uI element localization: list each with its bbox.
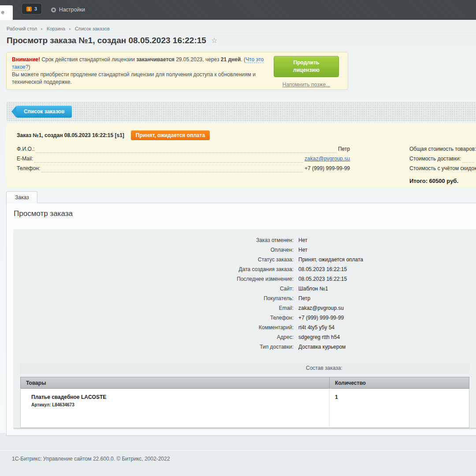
column-header-products: Товары bbox=[21, 377, 330, 388]
breadcrumb-link[interactable]: Рабочий стол bbox=[7, 26, 37, 31]
property-label: Последнее изменение: bbox=[14, 276, 294, 282]
notifications-counter-button[interactable]: 3 bbox=[22, 3, 42, 15]
field-value[interactable]: zakaz@pvgroup.su bbox=[305, 156, 350, 163]
warning-text: 29.05.2023, через bbox=[175, 56, 221, 63]
field-label: E-Mail: bbox=[17, 156, 33, 163]
summary-costs-column: Общая стоимость товаров:Стоимость достав… bbox=[409, 143, 476, 184]
top-bar: e 3 Настройки bbox=[0, 0, 476, 20]
cost-row: Стоимость с учётом скидок: bbox=[409, 163, 476, 172]
order-property-row: Email:zakaz@pvgroup.su bbox=[14, 303, 476, 313]
favorite-star-icon[interactable]: ☆ bbox=[211, 36, 217, 45]
property-label: Покупатель: bbox=[14, 295, 294, 301]
field-value: +7 (999) 999-99-99 bbox=[305, 165, 350, 172]
property-value: Петр bbox=[298, 295, 310, 301]
basket-table-header: Товары Количество bbox=[20, 377, 469, 389]
order-property-row: Последнее изменение:08.05.2023 16:22:15 bbox=[14, 274, 476, 284]
cost-row: Стоимость доставки: bbox=[409, 153, 476, 163]
order-total: Итого: 60500 руб. bbox=[409, 178, 476, 184]
page-title: Просмотр заказа №1, создан 08.05.2023 16… bbox=[7, 36, 476, 45]
breadcrumb-separator-icon: ▸ bbox=[69, 27, 71, 31]
cost-label: Стоимость с учётом скидок: bbox=[409, 165, 476, 172]
property-value: 08.05.2023 16:22:15 bbox=[298, 266, 347, 272]
basket-table-body: Платье свадебное LACOSTEАртикул: L846346… bbox=[20, 389, 469, 428]
order-view-heading: Просмотр заказа bbox=[14, 209, 476, 218]
warning-text: ) bbox=[28, 64, 30, 70]
property-value: Принят, ожидается оплата bbox=[298, 257, 363, 263]
notifications-icon bbox=[26, 7, 32, 11]
basket-row: Платье свадебное LACOSTEАртикул: L846346… bbox=[21, 389, 469, 428]
property-value: Нет bbox=[298, 237, 307, 243]
order-property-row: Статус заказа:Принят, ожидается оплата bbox=[14, 255, 476, 264]
cost-label: Общая стоимость товаров: bbox=[409, 146, 476, 153]
property-label: Статус заказа: bbox=[14, 257, 294, 263]
property-value: rt4t 4ty5 y5y 54 bbox=[298, 324, 335, 331]
license-warning-line1: Внимание! Срок действия стандартной лице… bbox=[12, 56, 281, 71]
order-summary-columns: Ф.И.О.:ПетрE-Mail:zakaz@pvgroup.suТелефо… bbox=[17, 143, 476, 184]
order-summary-title: Заказ №1, создан 08.05.2023 16:22:15 [s1… bbox=[17, 132, 124, 138]
property-label: Тип доставки: bbox=[14, 344, 294, 350]
order-list-button[interactable]: Список заказов bbox=[16, 106, 72, 118]
dotted-leader bbox=[41, 165, 303, 172]
property-value: Доставка курьером bbox=[298, 344, 346, 350]
property-value: +7 (999) 999-99-99 bbox=[298, 315, 344, 321]
warning-bold: 21 дней bbox=[221, 56, 241, 63]
settings-menu-item[interactable]: Настройки bbox=[51, 4, 85, 15]
license-warning-line2: Вы можете приобрести продление стандартн… bbox=[12, 71, 261, 86]
order-summary-box: Заказ №1, создан 08.05.2023 16:22:15 [s1… bbox=[6, 123, 476, 188]
property-label: Сайт: bbox=[14, 286, 294, 292]
summary-field-row: Ф.И.О.:Петр bbox=[17, 143, 350, 153]
property-label: Телефон: bbox=[14, 315, 294, 321]
page-title-text: Просмотр заказа №1, создан 08.05.2023 16… bbox=[7, 36, 206, 45]
order-property-row: Телефон:+7 (999) 999-99-99 bbox=[14, 313, 476, 323]
site-tab-fragment[interactable]: e bbox=[0, 5, 13, 20]
product-cell: Платье свадебное LACOSTEАртикул: L846346… bbox=[21, 389, 329, 428]
warning-bold: заканчивается bbox=[136, 56, 175, 63]
tab-order[interactable]: Заказ bbox=[6, 191, 37, 203]
summary-field-row: Телефон:+7 (999) 999-99-99 bbox=[17, 163, 350, 172]
warning-text: . ( bbox=[241, 56, 245, 63]
breadcrumb-link[interactable]: Список заказов bbox=[75, 26, 110, 31]
property-label: Дата создания заказа: bbox=[14, 266, 294, 272]
property-label: Заказ отменен: bbox=[14, 237, 294, 243]
basket-section-title: Состав заказа: bbox=[306, 365, 342, 371]
basket-section-header: Состав заказа: bbox=[20, 363, 469, 373]
order-summary-head: Заказ №1, создан 08.05.2023 16:22:15 [s1… bbox=[17, 131, 476, 140]
kv-list: Заказ отменен:НетОплачен:НетСтатус заказ… bbox=[14, 235, 476, 352]
field-label: Ф.И.О.: bbox=[17, 146, 34, 153]
order-view-content: Заказ отменен:НетОплачен:НетСтатус заказ… bbox=[14, 229, 476, 428]
remind-later-link[interactable]: Напомнить позже... bbox=[283, 81, 330, 89]
product-article: Артикул: L84634673 bbox=[31, 402, 329, 407]
field-value: Петр bbox=[338, 146, 350, 153]
attention-label: Внимание! bbox=[12, 56, 40, 63]
footer-copyright: 1С-Битрикс: Управление сайтом 22.600.0. … bbox=[0, 450, 476, 462]
property-label: Комментарий: bbox=[14, 324, 294, 331]
property-value: Нет bbox=[298, 247, 307, 253]
property-value: 08.05.2023 16:22:15 bbox=[298, 276, 347, 282]
settings-label: Настройки bbox=[59, 7, 85, 13]
property-label: Адрес: bbox=[14, 334, 294, 340]
dotted-leader bbox=[34, 156, 303, 163]
property-value: zakaz@pvgroup.su bbox=[298, 305, 344, 311]
main-content: Рабочий стол▸Корзина▸Список заказов Прос… bbox=[0, 20, 476, 433]
summary-field-row: E-Mail:zakaz@pvgroup.su bbox=[17, 153, 350, 163]
cost-row: Общая стоимость товаров: bbox=[409, 143, 476, 153]
gear-icon bbox=[51, 7, 56, 12]
dotted-leader bbox=[36, 146, 337, 153]
order-property-row: Сайт:Шаблон №1 bbox=[14, 284, 476, 294]
basket-table: Товары Количество Платье свадебное LACOS… bbox=[20, 377, 469, 428]
order-view-panel: Просмотр заказа Заказ отменен:НетОплачен… bbox=[6, 203, 476, 436]
tabs-row: Заказ bbox=[6, 191, 476, 203]
license-warning-box: Внимание! Срок действия стандартной лице… bbox=[6, 52, 348, 90]
dotted-leader bbox=[462, 156, 475, 163]
field-label: Телефон: bbox=[17, 165, 40, 172]
property-label: Email: bbox=[14, 305, 294, 311]
quantity-cell: 1 bbox=[329, 389, 469, 428]
breadcrumb-link[interactable]: Корзина bbox=[47, 26, 65, 31]
property-value: sdgegreg rtth h54 bbox=[298, 334, 340, 340]
order-status-badge: Принят, ожидается оплата bbox=[131, 130, 210, 140]
footer: 1С-Битрикс: Управление сайтом 22.600.0. … bbox=[0, 433, 476, 476]
renew-license-button[interactable]: Продлить лицензию bbox=[274, 56, 339, 77]
product-name: Платье свадебное LACOSTE bbox=[31, 394, 329, 400]
breadcrumb: Рабочий стол▸Корзина▸Список заказов bbox=[0, 20, 476, 33]
context-toolbar: Список заказов bbox=[6, 102, 476, 121]
